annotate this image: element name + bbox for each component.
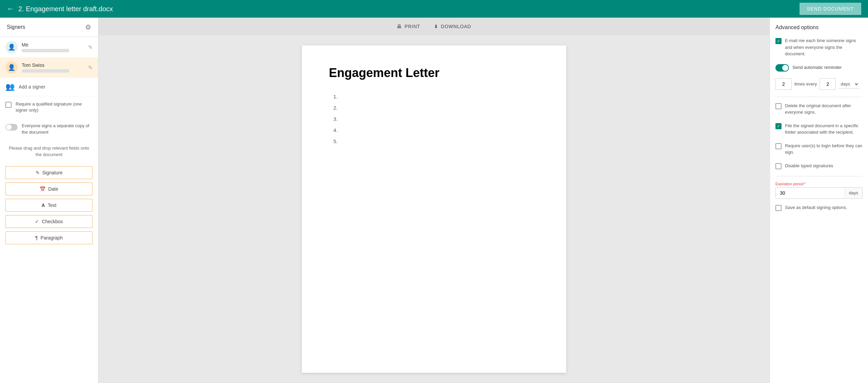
date-label: Date [48, 186, 58, 192]
signer-item-tom[interactable]: 👤 Tom Swiss ✎ [0, 57, 98, 78]
text-icon: A [42, 203, 45, 208]
download-label: DOWNLOAD [441, 24, 471, 29]
days-unit-select[interactable]: days weeks [839, 80, 859, 89]
document-title: 2. Engagement letter draft.docx [18, 5, 113, 13]
download-button[interactable]: ⬇ DOWNLOAD [434, 24, 471, 29]
signer-email-tom [22, 69, 69, 73]
avatar-tom: 👤 [5, 61, 18, 74]
print-button[interactable]: 🖶 PRINT [397, 24, 420, 29]
paragraph-field-button[interactable]: ¶ Paragraph [5, 231, 93, 244]
center-area: 🖶 PRINT ⬇ DOWNLOAD Engagement Letter [98, 18, 770, 383]
paragraph-icon: ¶ [35, 235, 38, 241]
file-signed-option: File the signed document in a specific f… [775, 122, 863, 136]
print-icon: 🖶 [397, 24, 402, 29]
add-signer-label: Add a signer [19, 84, 45, 90]
divider-2 [775, 176, 863, 176]
require-login-checkbox[interactable] [775, 143, 782, 149]
document-page: Engagement Letter [302, 45, 566, 373]
gear-icon[interactable]: ⚙ [85, 23, 91, 31]
delete-original-label: Delete the original document after every… [785, 102, 863, 116]
right-sidebar: Advanced options E-mail me each time som… [770, 18, 868, 383]
expiration-section: Expiration period * days [775, 182, 863, 199]
checkbox-icon: ✓ [35, 219, 39, 224]
require-login-label: Require user(s) to login before they can… [785, 142, 863, 156]
delete-original-checkbox[interactable] [775, 103, 782, 109]
divider-1 [775, 97, 863, 97]
back-arrow-icon[interactable]: ← [7, 4, 14, 13]
top-bar-left: ← 2. Engagement letter draft.docx [7, 4, 113, 13]
disable-typed-label: Disable typed signatures [785, 162, 833, 169]
reminder-days-input[interactable] [820, 78, 836, 90]
drag-hint: Please drag and drop relevant fields ont… [0, 140, 98, 163]
signature-label: Signature [42, 170, 63, 175]
disable-typed-checkbox[interactable] [775, 163, 782, 169]
field-buttons: ✎ Signature 📅 Date A Text ✓ Checkbox ¶ P… [0, 163, 98, 248]
reminder-frequency-row: times every days weeks [775, 78, 863, 90]
list-item [339, 127, 539, 133]
signer-info-tom: Tom Swiss [22, 62, 84, 73]
qualified-signature-label: Require a qualified signature (one signe… [16, 101, 93, 113]
signer-email-me [22, 49, 69, 52]
email-me-option: E-mail me each time someone signs and wh… [775, 37, 863, 57]
sidebar-header: Signers ⚙ [0, 18, 98, 37]
times-every-label: times every [794, 81, 817, 87]
date-field-button[interactable]: 📅 Date [5, 183, 93, 195]
advanced-options-title: Advanced options [775, 24, 863, 31]
reminder-toggle[interactable] [775, 64, 789, 72]
add-person-icon: 👥 [5, 82, 15, 91]
reminder-label: Send automatic reminder [792, 64, 842, 71]
top-bar: ← 2. Engagement letter draft.docx SEND D… [0, 0, 868, 18]
separate-copy-toggle-container [5, 124, 18, 131]
save-default-option: Save as default signing options. [775, 204, 863, 211]
list-item [339, 116, 539, 122]
toolbar: 🖶 PRINT ⬇ DOWNLOAD [98, 18, 770, 35]
avatar-me: 👤 [5, 41, 18, 53]
checkbox-label: Checkbox [42, 219, 63, 224]
expiration-label: Expiration period * [775, 182, 863, 186]
require-login-option: Require user(s) to login before they can… [775, 142, 863, 156]
checkbox-field-button[interactable]: ✓ Checkbox [5, 215, 93, 228]
delete-original-option: Delete the original document after every… [775, 102, 863, 116]
reminder-times-input[interactable] [775, 78, 792, 90]
edit-tom-icon[interactable]: ✎ [88, 64, 93, 71]
paragraph-label: Paragraph [41, 235, 63, 241]
save-default-checkbox[interactable] [775, 205, 782, 211]
expiration-row: days [775, 187, 863, 199]
list-item [339, 105, 539, 111]
expiration-unit: days [845, 188, 862, 198]
edit-me-icon[interactable]: ✎ [88, 44, 93, 51]
text-label: Text [48, 203, 57, 208]
save-default-label: Save as default signing options. [785, 204, 847, 211]
reminder-option: Send automatic reminder [775, 64, 863, 72]
separate-copy-option: Everyone signs a separate copy of the do… [0, 118, 98, 140]
file-signed-label: File the signed document in a specific f… [785, 122, 863, 136]
qualified-signature-checkbox[interactable] [5, 102, 12, 108]
separate-copy-toggle[interactable] [5, 124, 18, 131]
file-signed-checkbox[interactable] [775, 123, 782, 129]
document-list [339, 94, 539, 144]
signature-icon: ✎ [36, 170, 40, 175]
signer-item-me[interactable]: 👤 Me ✎ [0, 37, 98, 57]
send-document-button[interactable]: SEND DOCUMENT [800, 3, 861, 15]
separate-copy-label: Everyone signs a separate copy of the do… [22, 123, 93, 135]
list-item [339, 138, 539, 144]
print-label: PRINT [405, 24, 420, 29]
left-sidebar: Signers ⚙ 👤 Me ✎ 👤 Tom Swiss ✎ 👥 Add a s… [0, 18, 98, 383]
signature-field-button[interactable]: ✎ Signature [5, 166, 93, 179]
add-signer-button[interactable]: 👥 Add a signer [0, 78, 98, 96]
qualified-signature-option: Require a qualified signature (one signe… [0, 96, 98, 118]
disable-typed-option: Disable typed signatures [775, 162, 863, 169]
email-me-checkbox[interactable] [775, 38, 782, 44]
list-item [339, 94, 539, 99]
expiration-input[interactable] [776, 188, 845, 198]
signers-title: Signers [7, 24, 25, 30]
text-field-button[interactable]: A Text [5, 199, 93, 212]
document-heading: Engagement Letter [329, 66, 539, 80]
signer-name-tom: Tom Swiss [22, 62, 84, 68]
download-icon: ⬇ [434, 24, 438, 29]
email-me-label: E-mail me each time someone signs and wh… [785, 37, 863, 57]
required-asterisk: * [804, 182, 806, 186]
signer-info-me: Me [22, 42, 84, 52]
date-icon: 📅 [40, 186, 45, 192]
document-area: Engagement Letter [98, 35, 770, 383]
